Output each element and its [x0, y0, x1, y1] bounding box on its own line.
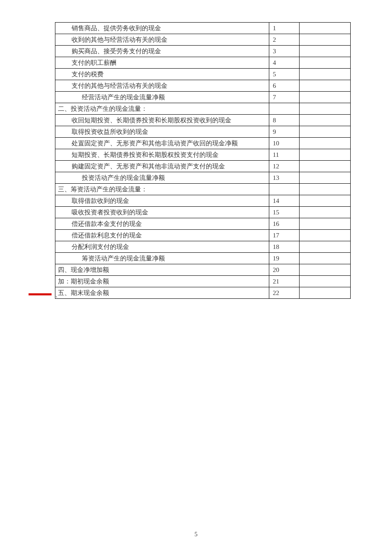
- row-label: 支付的税费: [55, 69, 269, 80]
- table-row: 五、期末现金余额22: [55, 287, 351, 299]
- row-number: 12: [269, 161, 300, 172]
- row-number: 1: [269, 23, 300, 34]
- cash-flow-table: 销售商品、提供劳务收到的现金1收到的其他与经营活动有关的现金2购买商品、接受劳务…: [55, 22, 351, 299]
- table-row: 四、现金净增加额20: [55, 264, 351, 276]
- row-label: 投资活动产生的现金流量净额: [55, 172, 269, 184]
- row-label: 收到的其他与经营活动有关的现金: [55, 34, 269, 46]
- row-value: [300, 103, 351, 115]
- row-number: 10: [269, 138, 300, 149]
- row-value: [300, 92, 351, 103]
- table-row: 销售商品、提供劳务收到的现金1: [55, 23, 351, 34]
- row-label: 加：期初现金余额: [55, 276, 269, 287]
- table-row: 筹资活动产生的现金流量净额19: [55, 253, 351, 264]
- row-number: 22: [269, 287, 300, 299]
- row-label: 四、现金净增加额: [55, 264, 269, 276]
- row-value: [300, 115, 351, 126]
- row-label: 偿还借款本金支付的现金: [55, 218, 269, 230]
- row-value: [300, 138, 351, 149]
- row-number: 2: [269, 34, 300, 46]
- row-value: [300, 218, 351, 230]
- table-row: 处置固定资产、无形资产和其他非流动资产收回的现金净额10: [55, 138, 351, 149]
- table-row: 分配利润支付的现金18: [55, 241, 351, 253]
- row-label: 销售商品、提供劳务收到的现金: [55, 23, 269, 34]
- table-row: 二、投资活动产生的现金流量：: [55, 103, 351, 115]
- row-label: 取得借款收到的现金: [55, 195, 269, 207]
- row-number: 17: [269, 230, 300, 241]
- row-label: 五、期末现金余额: [55, 287, 269, 299]
- table-row: 购建固定资产、无形资产和其他非流动资产支付的现金12: [55, 161, 351, 172]
- row-label: 支付的其他与经营活动有关的现金: [55, 80, 269, 92]
- table-row: 吸收投资者投资收到的现金15: [55, 207, 351, 218]
- row-number: 15: [269, 207, 300, 218]
- row-value: [300, 34, 351, 46]
- row-number: [269, 184, 300, 195]
- table-row: 购买商品、接受劳务支付的现金3: [55, 46, 351, 57]
- row-label: 支付的职工薪酬: [55, 57, 269, 69]
- row-number: 3: [269, 46, 300, 57]
- row-value: [300, 149, 351, 161]
- row-value: [300, 230, 351, 241]
- row-label: 分配利润支付的现金: [55, 241, 269, 253]
- row-number: 5: [269, 69, 300, 80]
- table-row: 偿还借款本金支付的现金16: [55, 218, 351, 230]
- table-row: 收到的其他与经营活动有关的现金2: [55, 34, 351, 46]
- table-row: 支付的税费5: [55, 69, 351, 80]
- row-label: 三、筹资活动产生的现金流量：: [55, 184, 269, 195]
- row-label: 二、投资活动产生的现金流量：: [55, 103, 269, 115]
- row-label: 经营活动产生的现金流量净额: [55, 92, 269, 103]
- row-label: 收回短期投资、长期债券投资和长期股权投资收到的现金: [55, 115, 269, 126]
- row-label: 短期投资、长期债券投资和长期股权投资支付的现金: [55, 149, 269, 161]
- red-underline-mark: [29, 293, 52, 295]
- row-value: [300, 184, 351, 195]
- table-row: 偿还借款利息支付的现金17: [55, 230, 351, 241]
- row-value: [300, 253, 351, 264]
- table-row: 投资活动产生的现金流量净额13: [55, 172, 351, 184]
- row-value: [300, 276, 351, 287]
- row-value: [300, 264, 351, 276]
- row-number: 16: [269, 218, 300, 230]
- row-number: 21: [269, 276, 300, 287]
- row-number: 13: [269, 172, 300, 184]
- row-number: 19: [269, 253, 300, 264]
- row-number: 8: [269, 115, 300, 126]
- row-number: 9: [269, 126, 300, 138]
- row-value: [300, 195, 351, 207]
- row-number: 20: [269, 264, 300, 276]
- row-number: 7: [269, 92, 300, 103]
- table-row: 支付的职工薪酬4: [55, 57, 351, 69]
- row-number: 18: [269, 241, 300, 253]
- row-number: [269, 103, 300, 115]
- table-row: 三、筹资活动产生的现金流量：: [55, 184, 351, 195]
- row-number: 14: [269, 195, 300, 207]
- row-label: 处置固定资产、无形资产和其他非流动资产收回的现金净额: [55, 138, 269, 149]
- row-number: 4: [269, 57, 300, 69]
- table-row: 取得借款收到的现金14: [55, 195, 351, 207]
- row-value: [300, 172, 351, 184]
- row-number: 6: [269, 80, 300, 92]
- table-row: 收回短期投资、长期债券投资和长期股权投资收到的现金8: [55, 115, 351, 126]
- row-value: [300, 207, 351, 218]
- row-label: 购建固定资产、无形资产和其他非流动资产支付的现金: [55, 161, 269, 172]
- row-value: [300, 161, 351, 172]
- table-row: 经营活动产生的现金流量净额7: [55, 92, 351, 103]
- row-label: 偿还借款利息支付的现金: [55, 230, 269, 241]
- row-value: [300, 287, 351, 299]
- table-row: 取得投资收益所收到的现金9: [55, 126, 351, 138]
- row-value: [300, 80, 351, 92]
- page-number: 5: [0, 531, 392, 538]
- row-value: [300, 23, 351, 34]
- table-row: 短期投资、长期债券投资和长期股权投资支付的现金11: [55, 149, 351, 161]
- table-row: 加：期初现金余额21: [55, 276, 351, 287]
- row-value: [300, 241, 351, 253]
- row-label: 吸收投资者投资收到的现金: [55, 207, 269, 218]
- cash-flow-table-container: 销售商品、提供劳务收到的现金1收到的其他与经营活动有关的现金2购买商品、接受劳务…: [55, 22, 351, 299]
- row-number: 11: [269, 149, 300, 161]
- row-value: [300, 46, 351, 57]
- row-value: [300, 126, 351, 138]
- row-label: 取得投资收益所收到的现金: [55, 126, 269, 138]
- table-row: 支付的其他与经营活动有关的现金6: [55, 80, 351, 92]
- footer-punct: 、: [55, 291, 61, 299]
- row-value: [300, 57, 351, 69]
- row-label: 购买商品、接受劳务支付的现金: [55, 46, 269, 57]
- row-label: 筹资活动产生的现金流量净额: [55, 253, 269, 264]
